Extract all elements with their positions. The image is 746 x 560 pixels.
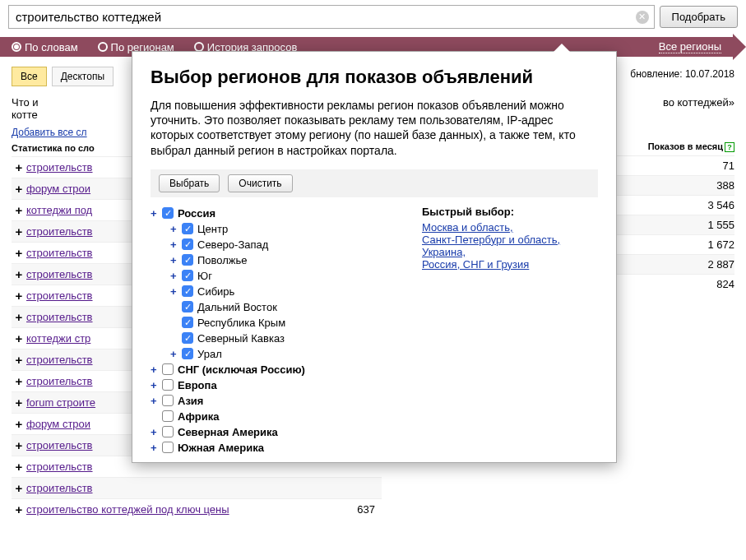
- help-icon[interactable]: ?: [725, 142, 734, 152]
- region-checkbox[interactable]: [162, 363, 174, 375]
- select-button[interactable]: Выбрать: [159, 174, 220, 192]
- region-checkbox[interactable]: [162, 426, 174, 437]
- quick-link[interactable]: Россия, СНГ и Грузия: [422, 258, 560, 271]
- add-icon[interactable]: +: [12, 160, 26, 174]
- quick-link[interactable]: Москва и область,: [422, 221, 560, 234]
- region-label[interactable]: Азия: [178, 395, 203, 407]
- region-checkbox[interactable]: [162, 442, 174, 453]
- region-label[interactable]: Юг: [197, 270, 212, 282]
- tree-node: Северный Кавказ: [151, 331, 397, 346]
- search-input[interactable]: [9, 6, 636, 28]
- expand-icon[interactable]: +: [151, 426, 162, 438]
- add-icon[interactable]: +: [12, 310, 26, 324]
- region-label[interactable]: Республика Крым: [197, 317, 285, 329]
- region-checkbox[interactable]: [182, 285, 193, 297]
- add-icon[interactable]: +: [12, 246, 26, 260]
- region-checkbox[interactable]: [182, 254, 193, 266]
- expand-icon[interactable]: +: [151, 442, 162, 454]
- region-checkbox[interactable]: [162, 379, 174, 391]
- add-icon[interactable]: +: [12, 396, 26, 410]
- region-checkbox[interactable]: [182, 238, 193, 250]
- region-checkbox[interactable]: [182, 301, 193, 312]
- tree-node: Дальний Восток: [151, 299, 397, 315]
- region-checkbox[interactable]: [162, 395, 174, 406]
- region-label[interactable]: Африка: [178, 410, 219, 423]
- keyword-count: 637: [332, 503, 382, 516]
- expand-icon[interactable]: +: [170, 270, 182, 282]
- region-label[interactable]: Поволжье: [197, 254, 248, 266]
- add-icon[interactable]: +: [12, 224, 26, 238]
- tab-all[interactable]: Все: [12, 67, 47, 86]
- region-checkbox[interactable]: [162, 207, 174, 219]
- clear-icon[interactable]: ✕: [636, 11, 649, 24]
- tree-node: Республика Крым: [151, 315, 397, 331]
- add-icon[interactable]: +: [12, 502, 26, 516]
- popup-desc: Для повышения эффективности рекламы реги…: [151, 98, 598, 158]
- region-label[interactable]: Северо-Запад: [197, 238, 268, 251]
- region-checkbox[interactable]: [182, 223, 193, 234]
- keyword-row: +строительств: [12, 477, 382, 498]
- tree-node: +Южная Америка: [151, 440, 397, 456]
- tree-node: +Россия: [151, 206, 397, 221]
- expand-icon[interactable]: +: [151, 379, 162, 391]
- tree-node: +Европа: [151, 377, 397, 393]
- search-input-wrap: ✕: [8, 5, 655, 29]
- expand-icon[interactable]: +: [170, 285, 182, 298]
- keyword-link[interactable]: строительств: [26, 482, 332, 494]
- tree-node: +Юг: [151, 268, 397, 284]
- expand-icon[interactable]: +: [151, 363, 162, 376]
- expand-icon[interactable]: +: [151, 395, 162, 407]
- add-icon[interactable]: +: [12, 374, 26, 388]
- clear-button[interactable]: Очистить: [228, 174, 292, 192]
- radio-icon: [12, 42, 21, 52]
- region-label[interactable]: Россия: [178, 207, 215, 220]
- tab-desktop[interactable]: Десктопы: [52, 67, 114, 86]
- mode-by-words[interactable]: По словам: [12, 41, 78, 53]
- all-regions-link[interactable]: Все регионы: [659, 40, 721, 53]
- add-icon[interactable]: +: [12, 460, 26, 474]
- region-label[interactable]: Сибирь: [197, 285, 234, 298]
- popup-title: Выбор регионов для показов объявлений: [151, 67, 598, 88]
- quick-link[interactable]: Санкт-Петербург и область,: [422, 234, 560, 246]
- region-label[interactable]: Европа: [178, 379, 217, 391]
- tree-node: +СНГ (исключая Россию): [151, 362, 397, 377]
- tree-node: +Поволжье: [151, 252, 397, 268]
- expand-icon[interactable]: +: [170, 223, 182, 235]
- tree-node: Африка: [151, 409, 397, 424]
- tree-node: +Центр: [151, 221, 397, 237]
- expand-icon[interactable]: +: [151, 207, 162, 220]
- expand-icon[interactable]: +: [170, 238, 182, 251]
- keyword-link[interactable]: строительство коттеджей под ключ цены: [26, 503, 332, 516]
- region-label[interactable]: Дальний Восток: [197, 301, 277, 313]
- region-checkbox[interactable]: [182, 270, 193, 281]
- expand-icon[interactable]: +: [170, 254, 182, 266]
- region-checkbox[interactable]: [162, 410, 174, 422]
- region-label[interactable]: Центр: [197, 223, 228, 235]
- region-label[interactable]: Южная Америка: [178, 442, 264, 454]
- tree-node: +Северо-Запад: [151, 237, 397, 252]
- region-checkbox[interactable]: [182, 332, 193, 344]
- region-checkbox[interactable]: [182, 348, 193, 359]
- add-all-link[interactable]: Добавить все сл: [12, 127, 87, 138]
- region-checkbox[interactable]: [182, 317, 193, 328]
- region-label[interactable]: Северная Америка: [178, 426, 278, 438]
- add-icon[interactable]: +: [12, 289, 26, 303]
- region-label[interactable]: СНГ (исключая Россию): [178, 363, 305, 376]
- radio-icon: [98, 42, 108, 52]
- add-icon[interactable]: +: [12, 267, 26, 281]
- add-icon[interactable]: +: [12, 353, 26, 367]
- expand-icon[interactable]: +: [170, 348, 182, 360]
- submit-button[interactable]: Подобрать: [660, 6, 738, 28]
- add-icon[interactable]: +: [12, 417, 26, 431]
- add-icon[interactable]: +: [12, 182, 26, 196]
- add-icon[interactable]: +: [12, 481, 26, 495]
- region-popup: Выбор регионов для показов объявлений Дл…: [132, 51, 617, 463]
- quick-link[interactable]: Украина,: [422, 246, 560, 258]
- mode-label: По словам: [25, 41, 78, 53]
- tree-node: +Урал: [151, 346, 397, 362]
- region-label[interactable]: Урал: [197, 348, 222, 360]
- add-icon[interactable]: +: [12, 203, 26, 217]
- add-icon[interactable]: +: [12, 331, 26, 345]
- add-icon[interactable]: +: [12, 438, 26, 452]
- region-label[interactable]: Северный Кавказ: [197, 332, 285, 345]
